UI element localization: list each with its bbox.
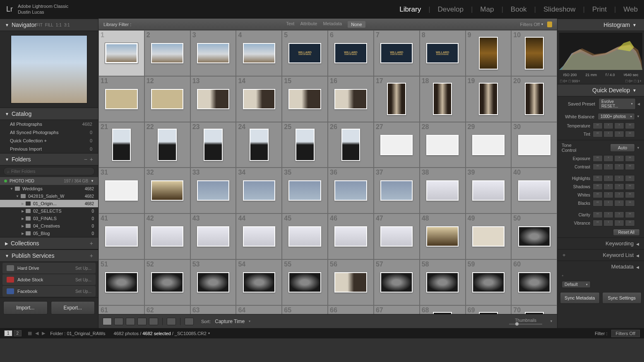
thumbnail-cell[interactable]: 45 — [282, 213, 328, 259]
adjust-button[interactable]: ›› — [625, 183, 635, 190]
setup-link[interactable]: Set Up... — [75, 289, 91, 294]
grid-small-icon[interactable]: ▦ — [28, 331, 32, 336]
thumbnail-cell[interactable]: 44 — [236, 213, 282, 259]
filter-tab-metadata[interactable]: Metadata — [323, 21, 342, 28]
grid-view-icon[interactable] — [103, 318, 112, 325]
thumbnail-cell[interactable]: 32 — [144, 168, 190, 213]
thumbnail-cell[interactable]: 37 — [374, 168, 420, 213]
thumbnail-cell[interactable]: 4 — [236, 30, 282, 76]
navigator-header[interactable]: ▼ Navigator FITFILL1:13:1 — [0, 19, 98, 31]
thumbnail-cell[interactable]: 25 — [282, 122, 328, 168]
folder-item[interactable]: ▶01_Origin...4682 — [0, 200, 98, 207]
thumbnail-cell[interactable]: 34 — [236, 168, 282, 213]
module-web[interactable]: Web — [623, 5, 638, 14]
adjust-button[interactable]: ‹ — [603, 211, 613, 218]
folder-item[interactable]: ▼042819_Saleh_W4682 — [0, 192, 98, 200]
thumbnail-cell[interactable]: 57 — [374, 259, 420, 305]
adjust-button[interactable]: ‹ — [603, 200, 613, 206]
thumbnail-grid[interactable]: 12345WILLARDINTERCONTINENTAL6WILLARDINTE… — [99, 30, 557, 314]
thumbnail-cell[interactable]: 58 — [420, 259, 466, 305]
module-slideshow[interactable]: Slideshow — [543, 5, 576, 14]
page-1-button[interactable]: 1 — [4, 330, 12, 336]
white-balance-dropdown[interactable]: 1000+ photos▾ — [598, 113, 635, 120]
sync-metadata-button[interactable]: Sync Metadata — [560, 292, 600, 304]
thumbnail-cell[interactable]: 16 — [328, 76, 374, 122]
nav-size-1:1[interactable]: 1:1 — [56, 23, 62, 27]
thumbnail-cell[interactable]: 19 — [466, 76, 512, 122]
adjust-button[interactable]: ›› — [625, 220, 635, 226]
adjust-button[interactable]: ‹‹ — [593, 163, 603, 170]
nav-size-3:1[interactable]: 3:1 — [64, 23, 70, 27]
thumbnail-cell[interactable]: 21 — [99, 122, 144, 168]
chevron-down-icon[interactable]: ▼ — [550, 319, 553, 323]
chevron-left-icon[interactable]: ◀ — [637, 102, 640, 106]
thumbnail-cell[interactable]: 27 — [374, 122, 420, 168]
nav-size-fill[interactable]: FILL — [45, 23, 53, 27]
plus-icon[interactable]: + — [562, 274, 564, 278]
adjust-button[interactable]: ‹‹ — [593, 200, 603, 206]
adjust-button[interactable]: › — [614, 122, 624, 129]
plus-icon[interactable]: + — [90, 156, 93, 163]
thumbnail-cell[interactable]: 43 — [190, 213, 236, 259]
publish-service-item[interactable]: FacebookSet Up... — [2, 286, 96, 297]
adjust-button[interactable]: ›› — [625, 163, 635, 170]
thumbnail-cell[interactable]: 38 — [420, 168, 466, 213]
adjust-button[interactable]: ‹ — [603, 183, 613, 190]
thumbnail-cell[interactable]: 14 — [236, 76, 282, 122]
thumbnail-cell[interactable]: 52 — [144, 259, 190, 305]
thumbnail-cell[interactable]: 65 — [282, 305, 328, 314]
thumbnail-cell[interactable]: 12 — [144, 76, 190, 122]
filters-off-dropdown[interactable]: Filters Off — [520, 22, 540, 27]
module-book[interactable]: Book — [511, 5, 527, 14]
module-library[interactable]: Library — [399, 5, 421, 14]
adjust-button[interactable]: › — [614, 175, 624, 182]
publish-service-item[interactable]: Adobe StockSet Up... — [2, 274, 96, 285]
thumbnail-cell[interactable]: 24 — [236, 122, 282, 168]
thumbnail-cell[interactable]: 67 — [374, 305, 420, 314]
import-button[interactable]: Import... — [3, 301, 48, 314]
thumbnail-cell[interactable]: 17 — [374, 76, 420, 122]
thumbnail-cell[interactable]: 26 — [328, 122, 374, 168]
thumbnail-cell[interactable]: 22 — [144, 122, 190, 168]
adjust-button[interactable]: ‹‹ — [593, 183, 603, 190]
folder-item[interactable]: ▶03_FINALS0 — [0, 215, 98, 222]
adjust-button[interactable]: › — [614, 200, 624, 206]
thumbnail-cell[interactable]: 48 — [420, 213, 466, 259]
thumbnail-cell[interactable]: 62 — [144, 305, 190, 314]
plus-icon[interactable]: + — [90, 252, 93, 259]
filter-tab-text[interactable]: Text — [286, 21, 294, 28]
page-2-button[interactable]: 2 — [14, 330, 22, 336]
thumbnail-cell[interactable]: 30 — [511, 122, 557, 168]
sort-direction-icon[interactable] — [185, 318, 194, 325]
thumbnail-cell[interactable]: 28 — [420, 122, 466, 168]
adjust-button[interactable]: ›› — [625, 131, 635, 137]
thumbnail-cell[interactable]: 56 — [328, 259, 374, 305]
adjust-button[interactable]: ‹‹ — [593, 192, 603, 198]
nav-size-fit[interactable]: FIT — [36, 23, 43, 27]
loupe-view-icon[interactable] — [114, 318, 123, 325]
thumbnail-cell[interactable]: 15 — [282, 76, 328, 122]
thumbnail-cell[interactable]: 54 — [236, 259, 282, 305]
chevron-down-icon[interactable]: ▼ — [637, 115, 640, 118]
adjust-button[interactable]: › — [614, 220, 624, 226]
adjust-button[interactable]: ‹‹ — [593, 155, 603, 162]
thumbnail-cell[interactable]: 18 — [420, 76, 466, 122]
adjust-button[interactable]: ‹ — [603, 192, 613, 198]
adjust-button[interactable]: ‹ — [603, 131, 613, 137]
metadata-preset-dropdown[interactable]: Default▾ — [562, 281, 591, 288]
nav-forward-icon[interactable]: ▶ — [42, 331, 45, 336]
thumbnail-cell[interactable]: 60 — [511, 259, 557, 305]
thumbnail-cell[interactable]: 42 — [144, 213, 190, 259]
thumbnail-cell[interactable]: 35 — [282, 168, 328, 213]
adjust-button[interactable]: ‹‹ — [593, 122, 603, 129]
thumbnail-cell[interactable]: 47 — [374, 213, 420, 259]
thumbnail-cell[interactable]: 59 — [466, 259, 512, 305]
adjust-button[interactable]: ‹‹ — [593, 211, 603, 218]
survey-view-icon[interactable] — [137, 318, 147, 325]
thumbnail-cell[interactable]: 13 — [190, 76, 236, 122]
thumbnail-cell[interactable]: 69 — [466, 305, 512, 314]
setup-link[interactable]: Set Up... — [75, 266, 91, 271]
adjust-button[interactable]: › — [614, 183, 624, 190]
thumbnail-cell[interactable]: 29 — [466, 122, 512, 168]
compare-view-icon[interactable] — [126, 318, 135, 325]
